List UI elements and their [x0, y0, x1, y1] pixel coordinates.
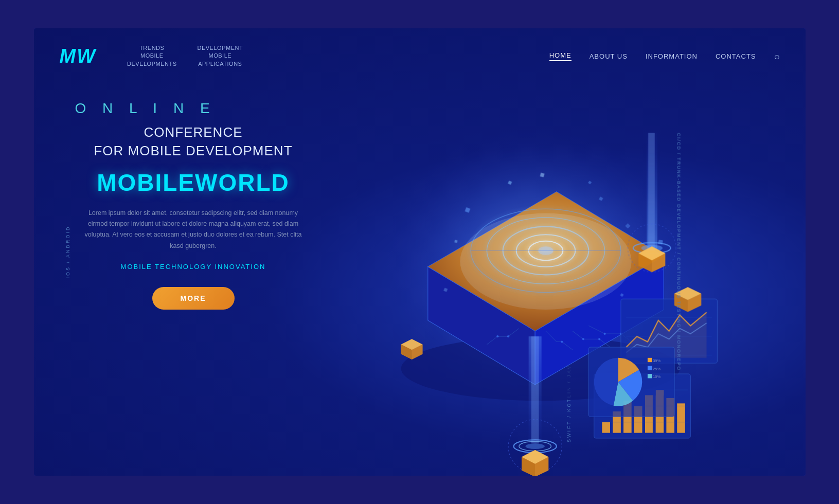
online-label: O N L I N E — [75, 100, 312, 117]
brand-title: MOBILEWORLD — [75, 169, 312, 196]
innovation-link[interactable]: MOBILE TECHNOLOGY INNOVATION — [75, 263, 312, 271]
page-frame: IOS / ANDROID CI/CD / TRUNK-BASED DEVELO… — [34, 28, 806, 476]
svg-point-33 — [561, 341, 563, 343]
nav-home[interactable]: HOME — [549, 51, 572, 61]
svg-rect-39 — [602, 422, 610, 433]
svg-rect-59 — [647, 374, 651, 378]
right-panel: SWIFT / KOTLIN / JAVA — [312, 90, 780, 476]
hero-illustration: 39% 25% 10% — [312, 90, 780, 476]
svg-point-35 — [496, 335, 498, 337]
nav-development[interactable]: DEVELOPMENT MOBILE APPLICATIONS — [198, 44, 243, 68]
svg-point-36 — [603, 333, 605, 335]
svg-rect-27 — [648, 133, 654, 250]
nav-contacts[interactable]: CONTACTS — [716, 52, 756, 60]
logo: MW — [60, 45, 97, 67]
svg-text:25%: 25% — [653, 367, 661, 371]
svg-point-32 — [598, 338, 600, 340]
more-button[interactable]: MORE — [152, 287, 235, 310]
svg-point-34 — [507, 335, 509, 337]
left-panel: O N L I N E CONFERENCEFOR MOBILE DEVELOP… — [75, 90, 312, 476]
nav-left: TRENDS MOBILE DEVELOPMENTS DEVELOPMENT M… — [127, 44, 549, 68]
svg-point-31 — [582, 338, 584, 340]
svg-point-24 — [525, 444, 545, 449]
svg-rect-21 — [531, 336, 539, 443]
svg-point-2 — [460, 213, 631, 310]
search-icon[interactable]: ⌕ — [774, 51, 780, 62]
side-label-cicd: CI/CD / TRUNK-BASED DEVELOPMENT / CONTIN… — [676, 133, 682, 371]
main-content: O N L I N E CONFERENCEFOR MOBILE DEVELOP… — [34, 69, 806, 476]
nav-right: HOME ABOUT US INFORMATION CONTACTS ⌕ — [549, 51, 780, 62]
nav-trends[interactable]: TRENDS MOBILE DEVELOPMENTS — [127, 44, 176, 68]
side-label-ios-android: IOS / ANDROID — [65, 225, 70, 278]
svg-rect-57 — [647, 366, 651, 370]
nav-about-us[interactable]: ABOUT US — [590, 52, 628, 60]
svg-text:10%: 10% — [653, 374, 661, 379]
svg-rect-55 — [647, 358, 651, 362]
nav-information[interactable]: INFORMATION — [646, 52, 698, 60]
description-text: Lorem ipsum dolor sit amet, consetetur s… — [75, 208, 312, 251]
svg-rect-46 — [677, 403, 685, 433]
header: MW TRENDS MOBILE DEVELOPMENTS DEVELOPMEN… — [34, 28, 806, 69]
conference-title: CONFERENCEFOR MOBILE DEVELOPMENT — [75, 123, 312, 160]
svg-text:39%: 39% — [653, 358, 661, 363]
